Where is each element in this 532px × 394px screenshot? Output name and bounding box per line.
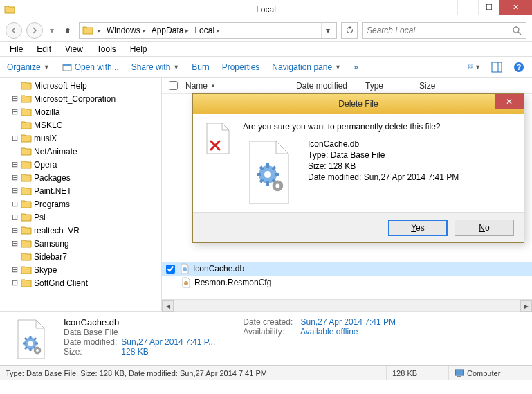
- delete-file-dialog: Delete File ✕ Are you sure you want to p…: [192, 93, 524, 243]
- maximize-button[interactable]: ☐: [478, 0, 499, 15]
- file-name: Resmon.ResmonCfg: [194, 278, 271, 287]
- menu-view[interactable]: View: [59, 43, 89, 55]
- expand-icon[interactable]: ⊞: [11, 108, 19, 116]
- file-checkbox[interactable]: [166, 265, 175, 274]
- details-created: Sun,27 Apr 2014 7:41 PM: [301, 317, 396, 327]
- dialog-file-modified: Date modified: Sun,27 Apr 2014 7:41 PM: [308, 172, 459, 183]
- menu-file[interactable]: File: [4, 43, 28, 55]
- folder-icon: [21, 186, 32, 195]
- svg-point-0: [513, 27, 519, 33]
- expand-icon[interactable]: ⊞: [11, 187, 19, 195]
- column-name[interactable]: Name▲: [180, 81, 291, 91]
- svg-point-25: [36, 349, 39, 352]
- view-mode-button[interactable]: ▼: [468, 61, 481, 73]
- share-with-menu[interactable]: Share with▼: [131, 62, 180, 72]
- tree-item[interactable]: Sidebar7: [0, 250, 161, 263]
- folder-icon: [21, 160, 32, 169]
- yes-button[interactable]: Yes: [388, 220, 448, 236]
- close-button[interactable]: ✕: [499, 0, 532, 15]
- window-title: Local: [256, 5, 276, 15]
- history-dropdown[interactable]: ▾: [47, 26, 57, 35]
- tree-item[interactable]: Microsoft Help: [0, 79, 161, 92]
- back-button[interactable]: [6, 22, 22, 39]
- expand-icon[interactable]: [11, 121, 19, 129]
- open-icon: [62, 62, 72, 72]
- scroll-right-button[interactable]: ▸: [520, 300, 532, 312]
- minimize-button[interactable]: ─: [457, 0, 478, 15]
- properties-button[interactable]: Properties: [222, 62, 260, 72]
- dialog-titlebar[interactable]: Delete File ✕: [193, 94, 524, 114]
- tree-item-label: Samsung: [34, 239, 69, 249]
- breadcrumb-segment[interactable]: AppData▸: [150, 26, 192, 35]
- tree-item[interactable]: ⊞Programs: [0, 197, 161, 211]
- expand-icon[interactable]: ⊞: [11, 279, 19, 287]
- breadcrumb-segment[interactable]: Local▸: [193, 26, 223, 35]
- search-input[interactable]: [367, 26, 509, 35]
- tree-item-label: musiX: [34, 134, 57, 143]
- expand-icon[interactable]: ⊞: [11, 240, 19, 247]
- tree-item[interactable]: NetAnimate: [0, 145, 161, 158]
- search-box[interactable]: [362, 22, 526, 39]
- file-gear-icon: [8, 317, 53, 361]
- svg-line-38: [273, 167, 275, 170]
- burn-button[interactable]: Burn: [192, 62, 209, 72]
- column-modified[interactable]: Date modified: [291, 81, 360, 91]
- tree-item[interactable]: ⊞musiX: [0, 132, 161, 145]
- tree-item[interactable]: ⊞realtech_VR: [0, 224, 161, 237]
- expand-icon[interactable]: ⊞: [11, 161, 19, 168]
- expand-icon[interactable]: ⊞: [11, 134, 19, 142]
- tree-item[interactable]: ⊞Packages: [0, 171, 161, 184]
- horizontal-scrollbar[interactable]: ◂ ▸: [162, 299, 532, 311]
- help-icon[interactable]: ?: [513, 61, 525, 73]
- tree-item[interactable]: ⊞Opera: [0, 158, 161, 171]
- address-dropdown[interactable]: ▾: [321, 23, 333, 38]
- select-all-checkbox[interactable]: [169, 81, 178, 90]
- expand-icon[interactable]: [11, 82, 19, 89]
- menu-edit[interactable]: Edit: [31, 43, 57, 55]
- preview-pane-button[interactable]: [490, 61, 503, 73]
- file-row[interactable]: Resmon.ResmonCfg: [162, 276, 532, 289]
- details-pane: IconCache.db Data Base File Date modifie…: [0, 311, 532, 365]
- up-button[interactable]: [61, 24, 75, 37]
- file-row[interactable]: IconCache.db: [162, 262, 532, 276]
- tree-item[interactable]: MSKLC: [0, 118, 161, 132]
- breadcrumb-segment[interactable]: Windows▸: [105, 26, 149, 35]
- expand-icon[interactable]: ⊞: [11, 213, 19, 221]
- expand-icon[interactable]: [11, 147, 19, 155]
- navigation-pane-menu[interactable]: Navigation pane▼: [272, 62, 341, 72]
- file-icon: [181, 277, 192, 288]
- expand-icon[interactable]: ⊞: [11, 226, 19, 234]
- menu-tools[interactable]: Tools: [91, 43, 122, 55]
- expand-icon[interactable]: ⊞: [11, 266, 19, 274]
- details-availability: Available offline: [300, 327, 358, 337]
- folder-tree[interactable]: Microsoft Help⊞Microsoft_Corporation⊞Moz…: [0, 78, 162, 311]
- tree-item[interactable]: ⊞Skype: [0, 263, 161, 276]
- organize-menu[interactable]: Organize▼: [7, 62, 50, 72]
- refresh-button[interactable]: [341, 22, 358, 39]
- expand-icon[interactable]: ⊞: [11, 200, 19, 208]
- toolbar-overflow[interactable]: »: [354, 62, 358, 72]
- column-type[interactable]: Type: [360, 81, 414, 91]
- expand-icon[interactable]: [11, 253, 19, 260]
- tree-item[interactable]: ⊞Samsung: [0, 237, 161, 250]
- no-button[interactable]: No: [455, 220, 514, 236]
- expand-icon[interactable]: ⊞: [11, 95, 19, 102]
- address-bar[interactable]: ▸ Windows▸ AppData▸ Local▸ ▾: [79, 22, 337, 39]
- tree-item[interactable]: ⊞Microsoft_Corporation: [0, 92, 161, 105]
- tree-item[interactable]: ⊞Psi: [0, 211, 161, 224]
- expand-icon[interactable]: ⊞: [11, 174, 19, 181]
- tree-item[interactable]: ⊞Paint.NET: [0, 184, 161, 197]
- folder-icon: [21, 265, 32, 274]
- scroll-left-button[interactable]: ◂: [162, 300, 174, 312]
- tree-item[interactable]: ⊞Mozilla: [0, 105, 161, 118]
- window-titlebar: Local ─ ☐ ✕: [0, 0, 532, 19]
- open-with-button[interactable]: Open with...: [62, 62, 119, 72]
- dialog-close-button[interactable]: ✕: [495, 94, 524, 109]
- forward-button[interactable]: [26, 22, 43, 39]
- menu-help[interactable]: Help: [125, 43, 153, 55]
- status-main: Type: Data Base File, Size: 128 KB, Date…: [0, 366, 387, 380]
- status-size: 128 KB: [387, 366, 449, 380]
- tree-item[interactable]: ⊞SoftGrid Client: [0, 276, 161, 289]
- column-size[interactable]: Size: [414, 81, 455, 91]
- svg-rect-6: [468, 67, 470, 69]
